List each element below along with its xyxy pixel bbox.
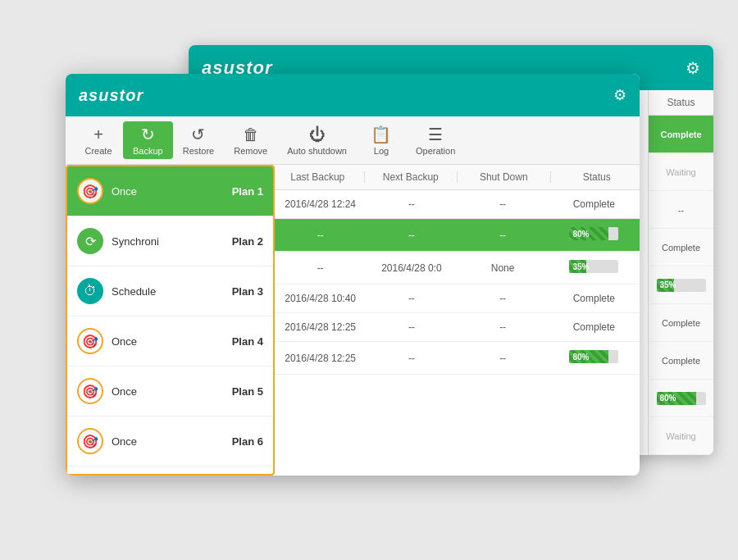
cell-status: 35% [549, 260, 640, 275]
log-label: Log [374, 146, 389, 156]
once-icon-plan4: 🎯 [77, 328, 103, 354]
log-icon: 📋 [371, 125, 391, 144]
log-button[interactable]: 📋 Log [357, 121, 406, 159]
clock-icon: ⏱ [84, 284, 97, 298]
cell-shut-down: -- [458, 293, 549, 304]
plan2-type: Synchroni [112, 235, 232, 248]
restore-icon: ↺ [191, 125, 205, 144]
table-row: 2016/4/28 10:40 -- -- Complete [275, 285, 640, 313]
autoshutdown-button[interactable]: ⏻ Auto shutdown [277, 122, 357, 159]
right-status-item: Complete [649, 229, 713, 266]
header-shut-down: Shut Down [461, 171, 547, 183]
header-last-backup: Last Backup [275, 171, 361, 183]
plan2-name: Plan 2 [232, 235, 263, 248]
operation-label: Operation [416, 146, 455, 156]
cell-last-backup: 2016/4/28 12:25 [275, 353, 366, 364]
progress-bar: 80% [569, 350, 618, 363]
progress-bar: 80% [569, 227, 618, 240]
sidebar-item-plan5[interactable]: 🎯 Once Plan 5 [67, 367, 273, 417]
sidebar-item-plan6[interactable]: 🎯 Once Plan 6 [67, 417, 273, 467]
once-icon-plan1: 🎯 [77, 178, 103, 204]
once-icon-plan5: 🎯 [77, 378, 103, 404]
target-icon: 🎯 [82, 334, 98, 349]
plan3-name: Plan 3 [232, 285, 263, 298]
right-status-item: 35% [649, 266, 713, 304]
cell-shut-down: None [458, 262, 549, 274]
restore-label: Restore [183, 146, 215, 156]
cell-next-backup: -- [366, 353, 457, 364]
cell-last-backup: 2016/4/28 10:40 [275, 293, 366, 304]
plan-sidebar: 🎯 Once Plan 1 ⟳ Synchroni Plan 2 ⏱ Sched… [66, 165, 275, 476]
sidebar-item-plan1[interactable]: 🎯 Once Plan 1 [67, 166, 273, 216]
backup-label: Backup [133, 146, 163, 156]
cell-last-backup: -- [275, 262, 366, 274]
cell-next-backup: 2016/4/28 0:0 [366, 262, 457, 274]
cell-shut-down: -- [458, 353, 549, 364]
table-body: 2016/4/28 12:24 -- -- Complete -- -- -- … [275, 190, 640, 476]
progress-text: 80% [572, 230, 589, 239]
progress-bar: 35% [569, 260, 618, 273]
backup-icon: ↻ [141, 125, 155, 144]
sync-arrows-icon: ⟳ [85, 234, 96, 249]
sync-icon-plan2: ⟳ [77, 228, 103, 254]
plan4-type: Once [112, 335, 232, 348]
right-status-item: Complete [649, 342, 713, 380]
target-icon: 🎯 [82, 434, 98, 449]
table-row: -- -- -- 80% [275, 219, 640, 252]
plan5-name: Plan 5 [232, 385, 263, 398]
cell-last-backup: -- [275, 230, 366, 241]
cell-status: Complete [549, 321, 640, 333]
operation-icon: ☰ [428, 125, 443, 144]
cell-next-backup: -- [366, 230, 457, 241]
plan5-type: Once [112, 385, 232, 398]
cell-next-backup: -- [366, 198, 457, 210]
header-next-backup: Next Backup [368, 171, 454, 183]
create-label: Create [84, 146, 112, 156]
cell-next-backup: -- [366, 293, 457, 304]
right-status-header: Status [649, 90, 713, 116]
create-button[interactable]: + Create [74, 122, 123, 159]
gear-icon[interactable]: ⚙ [613, 86, 626, 104]
remove-button[interactable]: 🗑 Remove [224, 122, 277, 159]
plan4-name: Plan 4 [232, 335, 263, 348]
main-window: asustor ⚙ + Create ↻ Backup ↺ Restore 🗑 … [66, 74, 640, 476]
sidebar-item-plan3[interactable]: ⏱ Schedule Plan 3 [67, 266, 273, 316]
remove-label: Remove [234, 146, 267, 156]
plan6-name: Plan 6 [232, 435, 263, 448]
right-status-item: Waiting [649, 153, 713, 191]
once-icon-plan6: 🎯 [77, 428, 103, 454]
sidebar-item-plan2[interactable]: ⟳ Synchroni Plan 2 [67, 216, 273, 266]
operation-button[interactable]: ☰ Operation [406, 121, 465, 159]
cell-next-backup: -- [366, 321, 457, 333]
right-status-item: Waiting [649, 417, 713, 455]
table-row: -- 2016/4/28 0:0 None 35% [275, 252, 640, 285]
table-row: 2016/4/28 12:25 -- -- Complete [275, 313, 640, 342]
main-content: 🎯 Once Plan 1 ⟳ Synchroni Plan 2 ⏱ Sched… [66, 165, 640, 476]
autoshutdown-label: Auto shutdown [287, 146, 347, 156]
gear-icon-back[interactable]: ⚙ [686, 58, 700, 78]
progress-text: 35% [572, 262, 589, 271]
plan6-type: Once [112, 435, 232, 448]
table-row: 2016/4/28 12:25 -- -- 80% [275, 342, 640, 375]
target-icon: 🎯 [82, 384, 98, 399]
progress-text: 80% [572, 353, 589, 362]
divider [364, 171, 365, 183]
backup-button[interactable]: ↻ Backup [123, 121, 173, 159]
cell-status: 80% [549, 350, 640, 366]
restore-button[interactable]: ↺ Restore [173, 121, 225, 159]
cell-shut-down: -- [458, 321, 549, 333]
toolbar: + Create ↻ Backup ↺ Restore 🗑 Remove ⏻ A… [66, 116, 640, 165]
main-logo: asustor [79, 86, 144, 105]
schedule-icon-plan3: ⏱ [77, 278, 103, 304]
cell-status: Complete [549, 198, 640, 210]
sidebar-item-plan4[interactable]: 🎯 Once Plan 4 [67, 316, 273, 367]
cell-status: 80% [549, 227, 640, 243]
plan3-type: Schedule [112, 285, 232, 298]
power-icon: ⏻ [309, 125, 326, 144]
trash-icon: 🗑 [243, 125, 259, 144]
right-status-item: Complete [649, 116, 713, 153]
target-icon: 🎯 [82, 184, 98, 199]
right-status-item: 80% [649, 380, 713, 417]
plus-icon: + [93, 125, 103, 144]
cell-last-backup: 2016/4/28 12:24 [275, 198, 366, 210]
